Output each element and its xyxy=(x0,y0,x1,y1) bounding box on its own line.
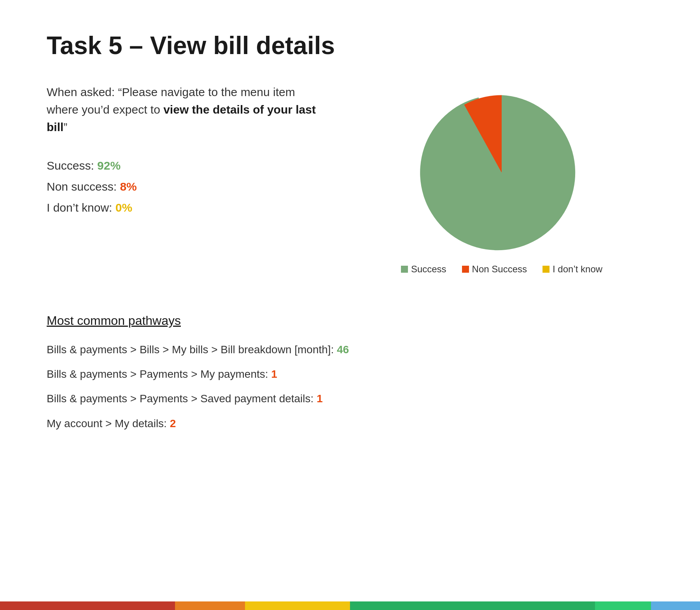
non-success-label: Non success: xyxy=(47,180,120,193)
success-stat: Success: 92% xyxy=(47,159,319,172)
pathways-heading: Most common pathways xyxy=(47,314,653,328)
pathway-item-4: My account > My details: 2 xyxy=(47,416,653,431)
footer-segment-2 xyxy=(175,601,245,610)
legend-non-success-label: Non Success xyxy=(472,264,527,275)
pathway-count-3: 1 xyxy=(317,393,323,405)
pathway-count-2: 1 xyxy=(271,368,277,380)
legend-dont-know-label: I don’t know xyxy=(553,264,602,275)
dont-know-label: I don’t know: xyxy=(47,201,116,214)
non-success-stat: Non success: 8% xyxy=(47,180,319,193)
pathway-text-3: Bills & payments > Payments > Saved paym… xyxy=(47,393,317,405)
legend-non-success: Non Success xyxy=(462,264,527,275)
success-value: 92% xyxy=(97,159,121,172)
legend-success-label: Success xyxy=(411,264,446,275)
main-section: When asked: “Please navigate to the menu… xyxy=(47,83,653,275)
pathway-item-2: Bills & payments > Payments > My payment… xyxy=(47,366,653,382)
pathways-section: Most common pathways Bills & payments > … xyxy=(47,306,653,431)
non-success-value: 8% xyxy=(120,180,136,193)
footer-segment-5 xyxy=(595,601,651,610)
legend-dont-know: I don’t know xyxy=(542,264,602,275)
success-label: Success: xyxy=(47,159,97,172)
chart-section: Success Non Success I don’t know xyxy=(350,83,653,275)
footer-segment-1 xyxy=(0,601,175,610)
page-title: Task 5 – View bill details xyxy=(47,31,653,60)
pathway-count-4: 2 xyxy=(170,417,176,429)
pathway-text-4: My account > My details: xyxy=(47,417,170,429)
pie-chart-svg xyxy=(420,91,583,254)
legend-success-color xyxy=(401,266,408,273)
legend-success: Success xyxy=(401,264,446,275)
pathway-text-2: Bills & payments > Payments > My payment… xyxy=(47,368,271,380)
dont-know-value: 0% xyxy=(116,201,132,214)
pie-chart-container xyxy=(420,91,583,254)
pathway-item-1: Bills & payments > Bills > My bills > Bi… xyxy=(47,342,653,357)
stats-section: Success: 92% Non success: 8% I don’t kno… xyxy=(47,159,319,214)
pathway-count-1: 46 xyxy=(337,344,349,356)
legend-dont-know-color xyxy=(542,266,550,273)
dont-know-stat: I don’t know: 0% xyxy=(47,201,319,214)
legend-non-success-color xyxy=(462,266,469,273)
footer-segment-4 xyxy=(350,601,595,610)
description-text: When asked: “Please navigate to the menu… xyxy=(47,83,319,136)
chart-legend: Success Non Success I don’t know xyxy=(401,264,602,275)
pathway-text-1: Bills & payments > Bills > My bills > Bi… xyxy=(47,344,337,356)
footer-segment-3 xyxy=(245,601,350,610)
description-suffix: ” xyxy=(63,121,67,133)
footer-bar xyxy=(0,601,700,610)
footer-segment-6 xyxy=(651,601,700,610)
left-content: When asked: “Please navigate to the menu… xyxy=(47,83,319,214)
pathway-item-3: Bills & payments > Payments > Saved paym… xyxy=(47,391,653,406)
